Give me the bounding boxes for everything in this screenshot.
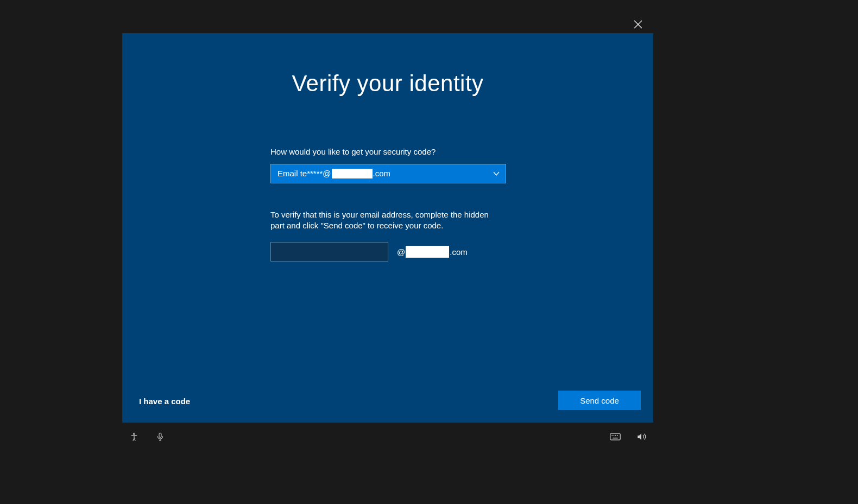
microphone-icon[interactable]	[155, 431, 166, 442]
bottom-toolbar	[122, 429, 653, 445]
page-title: Verify your identity	[123, 71, 653, 97]
send-code-button[interactable]: Send code	[558, 391, 641, 410]
dropdown-selected-value: Email te*****@ .com	[277, 169, 390, 178]
ease-of-access-icon[interactable]	[129, 431, 140, 442]
email-verify-row: @ .com	[270, 242, 506, 261]
email-at-symbol: @	[397, 247, 405, 257]
email-domain-suffix: .com	[450, 247, 468, 257]
verification-method-dropdown[interactable]: Email te*****@ .com	[270, 164, 506, 183]
svg-rect-4	[610, 433, 620, 440]
email-prefix-input[interactable]	[270, 242, 388, 261]
svg-rect-3	[159, 433, 161, 437]
have-code-link[interactable]: I have a code	[139, 397, 190, 406]
redacted-domain	[332, 169, 373, 178]
svg-marker-10	[638, 433, 641, 440]
method-question-label: How would you like to get your security …	[270, 146, 506, 157]
toolbar-left-group	[129, 431, 166, 442]
close-button[interactable]	[630, 16, 646, 33]
email-suffix-label: @ .com	[397, 246, 468, 258]
form-content: How would you like to get your security …	[270, 146, 506, 261]
redacted-domain-box	[406, 246, 449, 258]
svg-point-2	[134, 433, 135, 435]
chevron-down-icon	[493, 170, 500, 177]
keyboard-icon[interactable]	[610, 431, 621, 442]
dropdown-email-prefix: Email te*****@	[277, 169, 331, 178]
volume-icon[interactable]	[636, 431, 647, 442]
toolbar-right-group	[610, 431, 647, 442]
dropdown-email-suffix: .com	[373, 169, 391, 178]
verify-identity-panel: Verify your identity How would you like …	[122, 33, 653, 423]
close-icon	[634, 20, 642, 29]
instruction-text: To verify that this is your email addres…	[270, 209, 499, 232]
